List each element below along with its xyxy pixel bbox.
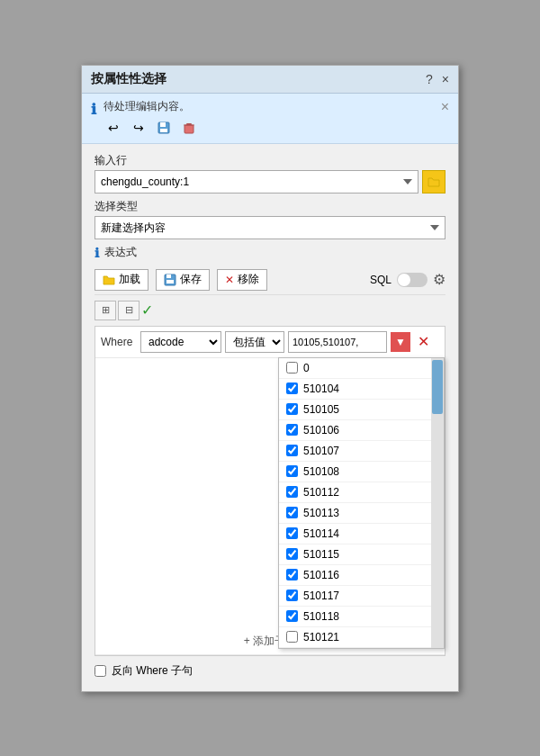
svg-rect-2 <box>160 129 167 132</box>
where-row: Where adcode 包括值 ▼ ✕ <box>95 327 445 358</box>
select-type-select[interactable]: 新建选择内容 <box>94 216 446 239</box>
dropdown-item-checkbox[interactable] <box>286 527 298 539</box>
dropdown-item-checkbox[interactable] <box>286 424 298 436</box>
remove-expr-button[interactable]: ✕ 移除 <box>217 269 267 291</box>
dropdown-item[interactable]: 510104 <box>279 379 444 400</box>
dropdown-item-label: 510104 <box>303 382 339 395</box>
dropdown-item[interactable]: 510112 <box>279 482 444 503</box>
where-builder: Where adcode 包括值 ▼ ✕ 0510104510105510106… <box>94 326 446 656</box>
toggle-knob <box>398 274 410 286</box>
input-row-label: 输入行 <box>94 153 446 168</box>
load-button[interactable]: 加载 <box>94 269 148 291</box>
where-remove-button[interactable]: ✕ <box>414 333 432 351</box>
dropdown-item-label: 510112 <box>303 486 339 499</box>
select-type-controls: 新建选择内容 <box>94 216 446 239</box>
redo-button[interactable]: ↪ <box>129 118 148 138</box>
dropdown-item-label: 0 <box>303 362 310 374</box>
dropdown-item-label: 510116 <box>303 569 339 581</box>
dropdown-list-inner: 0510104510105510106510107510108510112510… <box>279 358 444 648</box>
svg-rect-7 <box>166 274 171 278</box>
dropdown-item-checkbox[interactable] <box>286 486 298 498</box>
dropdown-item-label: 510117 <box>303 590 339 602</box>
dropdown-item-checkbox[interactable] <box>286 445 298 456</box>
save-expr-button[interactable]: 保存 <box>156 269 210 291</box>
dropdown-item-label: 510106 <box>303 424 339 436</box>
dropdown-item-checkbox[interactable] <box>286 548 298 560</box>
dropdown-item-label: 510115 <box>303 548 339 561</box>
dropdown-item-label: 510114 <box>303 527 339 540</box>
main-dialog: 按属性性选择 ? × ℹ 待处理编辑内容。 ↩ ↪ × 输入 <box>81 65 459 692</box>
help-button[interactable]: ? <box>426 72 433 86</box>
expression-toolbar: 加载 保存 ✕ 移除 SQL ⚙ <box>94 266 446 295</box>
scrollbar-track[interactable] <box>431 358 444 648</box>
title-actions: ? × <box>426 72 449 86</box>
editor-btn-1[interactable]: ⊞ <box>94 301 116 320</box>
edit-toolbar: ↩ ↪ <box>104 118 199 138</box>
dropdown-item-checkbox[interactable] <box>286 403 298 415</box>
dropdown-item[interactable]: 510108 <box>279 462 444 482</box>
info-bar: ℹ 待处理编辑内容。 ↩ ↪ × <box>82 94 458 144</box>
reverse-checkbox[interactable] <box>94 665 106 677</box>
dialog-title: 按属性性选择 <box>91 71 166 87</box>
input-row-controls: chengdu_county:1 <box>94 170 446 194</box>
dropdown-item-checkbox[interactable] <box>286 362 298 374</box>
dropdown-item[interactable]: 510113 <box>279 503 444 524</box>
close-button[interactable]: × <box>442 72 449 86</box>
dropdown-item-checkbox[interactable] <box>286 382 298 394</box>
sql-toggle: SQL ⚙ <box>370 271 446 288</box>
dropdown-item[interactable]: 510116 <box>279 565 444 586</box>
editor-buttons: ⊞ ⊟ ✓ <box>94 301 446 320</box>
dropdown-item-label: 510108 <box>303 465 339 478</box>
dropdown-item-label: 510118 <box>303 610 339 623</box>
input-row-section: 输入行 chengdu_county:1 <box>94 153 446 194</box>
main-content: 输入行 chengdu_county:1 选择类型 新建选择内容 ℹ <box>82 144 458 691</box>
dropdown-item[interactable]: 510121 <box>279 627 444 648</box>
dropdown-item-label: 510105 <box>303 403 339 416</box>
svg-rect-1 <box>160 122 166 127</box>
dropdown-item[interactable]: 510117 <box>279 586 444 607</box>
dropdown-item[interactable]: 510115 <box>279 544 444 565</box>
sql-toggle-switch[interactable] <box>397 273 428 287</box>
gear-icon[interactable]: ⚙ <box>433 271 446 288</box>
delete-button[interactable] <box>179 118 199 138</box>
dropdown-item-checkbox[interactable] <box>286 590 298 601</box>
input-row-select[interactable]: chengdu_county:1 <box>94 170 418 194</box>
info-icon-expr: ℹ <box>94 246 99 260</box>
editor-btn-2[interactable]: ⊟ <box>118 301 140 320</box>
save-file-button[interactable] <box>154 118 174 138</box>
reverse-label: 反向 Where 子句 <box>112 663 193 679</box>
info-content: 待处理编辑内容。 ↩ ↪ <box>104 99 199 138</box>
svg-rect-3 <box>184 125 194 133</box>
dropdown-item[interactable]: 510106 <box>279 420 444 441</box>
info-close-button[interactable]: × <box>441 99 449 115</box>
dropdown-item-label: 510121 <box>303 631 339 644</box>
dropdown-item-label: 510107 <box>303 445 339 457</box>
dropdown-item[interactable]: 510114 <box>279 524 444 544</box>
where-value-input[interactable] <box>288 331 387 353</box>
sql-label: SQL <box>370 274 392 286</box>
dropdown-item-label: 510113 <box>303 507 339 519</box>
dropdown-item-checkbox[interactable] <box>286 569 298 580</box>
dropdown-item-checkbox[interactable] <box>286 631 298 643</box>
title-bar: 按属性性选择 ? × <box>82 66 458 94</box>
dropdown-item-checkbox[interactable] <box>286 507 298 518</box>
expression-section: ℹ 表达式 加载 保存 ✕ 移除 SQL <box>94 245 446 682</box>
where-label: Where <box>101 336 137 348</box>
info-icon: ℹ <box>91 101 96 118</box>
select-type-label: 选择类型 <box>94 199 446 214</box>
check-button[interactable]: ✓ <box>141 302 153 319</box>
dropdown-item-checkbox[interactable] <box>286 465 298 477</box>
where-expand-button[interactable]: ▼ <box>391 332 410 352</box>
undo-button[interactable]: ↩ <box>104 118 123 138</box>
input-folder-button[interactable] <box>422 170 446 194</box>
svg-rect-8 <box>166 280 174 284</box>
where-field-select[interactable]: adcode <box>140 331 221 353</box>
where-operator-select[interactable]: 包括值 <box>225 331 284 353</box>
dropdown-item[interactable]: 510118 <box>279 607 444 627</box>
select-type-section: 选择类型 新建选择内容 <box>94 199 446 239</box>
scrollbar-thumb <box>432 360 443 414</box>
dropdown-item-checkbox[interactable] <box>286 610 298 622</box>
dropdown-item[interactable]: 0 <box>279 358 444 379</box>
dropdown-item[interactable]: 510105 <box>279 400 444 420</box>
dropdown-item[interactable]: 510107 <box>279 441 444 462</box>
